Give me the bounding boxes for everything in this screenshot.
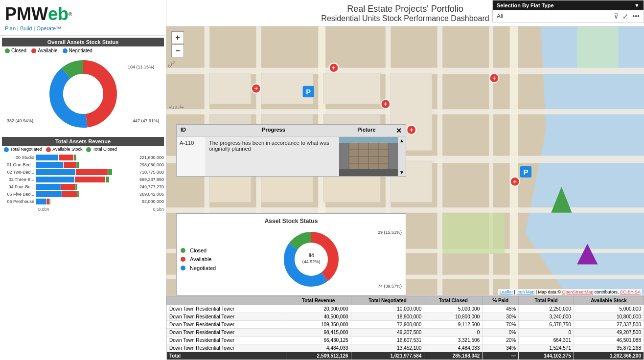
row-pct-paid: 34% — [483, 344, 519, 352]
logo-pm: PM — [5, 5, 31, 23]
table-row: Down Town Residential Tower 40,500,000 1… — [167, 313, 644, 321]
row-revenue: 40,500,000 — [286, 313, 351, 321]
content-area: + + + + + + P — [166, 26, 644, 295]
row-name: Down Town Residential Tower — [167, 321, 286, 329]
svg-rect-61 — [339, 137, 398, 143]
filter-expand-icon[interactable]: ▼ — [634, 2, 640, 8]
right-area: Real Estate Projects' Portfolio Resident… — [166, 0, 644, 360]
zoom-out-button[interactable]: − — [171, 45, 184, 57]
zoom-in-button[interactable]: + — [171, 31, 184, 44]
popup-picture-header: Picture — [337, 127, 396, 135]
stock-legend-available: Available — [181, 256, 216, 262]
row-paid: 3,240,000 — [519, 313, 574, 321]
row-closed: 3,321,506 — [424, 337, 483, 344]
popup-row: A-110 The progress has been in accordanc… — [177, 137, 406, 176]
col-total-paid: Total Paid — [519, 296, 574, 305]
footer-pct: — — [483, 352, 519, 360]
col-name — [167, 296, 286, 305]
footer-revenue: 2,509,512,126 — [286, 352, 351, 360]
logo-reg: ® — [69, 12, 72, 17]
table-row: Down Town Residential Tower 20,000,000 1… — [167, 305, 644, 313]
row-revenue: 98,415,000 — [286, 329, 351, 337]
row-negotiated: 10,000,000 — [351, 305, 424, 313]
row-pct-paid: 20% — [483, 337, 519, 344]
row-name: Down Town Residential Tower — [167, 344, 286, 352]
row-available: 46,501,088 — [574, 337, 644, 344]
row-revenue: 20,000,000 — [286, 305, 351, 313]
donut-label-negotiated: 382 (40.94%) — [7, 118, 33, 123]
filter-funnel-icon[interactable]: ⊽ — [614, 12, 619, 20]
filter-export-icon[interactable]: ⤢ — [622, 12, 628, 20]
overall-assets-chart: Overall Assets Stock Status Closed Avail… — [0, 36, 166, 135]
stock-donut-container: 84 (44.92%) 29 (15.51%) 74 (39.57%) — [221, 227, 402, 291]
svg-rect-18 — [209, 73, 251, 104]
table-row: Down Town Residential Tower 66,430,125 1… — [167, 337, 644, 344]
page-header: Real Estate Projects' Portfolio Resident… — [166, 0, 644, 26]
stock-legend-closed: Closed — [181, 248, 216, 253]
map-attribution: Leaflet | Icon Map | Map data © OpenStre… — [498, 289, 642, 295]
stock-label-bottom-right: 74 (39.57%) — [378, 284, 402, 289]
bar-row-studio: 00 Studio 221,600,000 — [2, 155, 164, 160]
svg-rect-9 — [166, 207, 644, 213]
bar-value: 249,777,270 — [138, 184, 164, 189]
svg-text:P: P — [306, 88, 311, 96]
row-negotiated: 72,900,000 — [351, 321, 424, 329]
filter-panel: Selection By Flat Type ▼ All ⊽ ⤢ ••• — [492, 0, 644, 22]
popup-image — [339, 137, 398, 176]
stock-content: Closed Available Negotiated — [181, 227, 402, 291]
svg-text:+: + — [492, 75, 496, 82]
bar-value: 221,600,000 — [138, 155, 164, 160]
bar-label: 01 One-Bed... — [2, 162, 36, 167]
bar-label: 05 Five Bed... — [2, 192, 36, 197]
stock-title: Asset Stock Status — [181, 218, 402, 225]
overall-chart-title: Overall Assets Stock Status — [2, 38, 164, 46]
bar-row-onebed: 01 One-Bed... 298,080,000 — [2, 162, 164, 168]
donut-label-closed: 104 (11.15%) — [128, 65, 154, 69]
legend-available: Available — [31, 48, 57, 53]
footer-closed: 285,168,342 — [424, 352, 483, 360]
popup-close-button[interactable]: ✕ — [396, 127, 402, 135]
row-paid: 0 — [519, 329, 574, 337]
bar-label: 02 Two-Bed... — [2, 170, 36, 175]
svg-rect-16 — [437, 26, 443, 295]
row-paid: 2,250,000 — [519, 305, 574, 313]
bar-value: 92,000,000 — [140, 199, 164, 204]
bar-chart-section: Total Assets Revenue Total Negotiated Av… — [0, 135, 166, 360]
stock-donut-svg: 84 (44.92%) — [272, 227, 350, 291]
row-paid: 1,524,571 — [519, 344, 574, 352]
popup-scrollbar[interactable]: ▲ ▼ — [398, 137, 406, 176]
footer-label: Total — [167, 352, 286, 360]
table-footer-row: Total 2,509,512,126 1,021,977,584 285,16… — [167, 352, 644, 360]
row-closed: 0 — [424, 329, 483, 337]
bar-label: 04 Four-Be... — [2, 184, 36, 189]
svg-text:+: + — [513, 179, 517, 185]
row-available: 35,872,268 — [574, 344, 644, 352]
stock-legend-negotiated-label: Negotiated — [190, 265, 216, 271]
svg-text:شارع زايد: شارع زايد — [168, 104, 184, 109]
row-name: Down Town Residential Tower — [167, 337, 286, 344]
popup-header: ID Progress Picture ✕ — [177, 125, 406, 137]
svg-text:+: + — [410, 127, 413, 134]
logo-slogan: Plan | Build | Operate™ — [5, 25, 161, 31]
bar-row-fivebed: 05 Five Bed... 269,042,006 — [2, 191, 164, 197]
row-pct-paid: 30% — [483, 313, 519, 321]
row-negotiated: 49,207,500 — [351, 329, 424, 337]
row-pct-paid: 70% — [483, 321, 519, 329]
row-available: 27,337,500 — [574, 321, 644, 329]
map-area[interactable]: + + + + + + P — [166, 26, 644, 295]
donut-label-available: 447 (47.91%) — [133, 118, 159, 123]
svg-rect-20 — [323, 73, 380, 104]
bar-row-fourbed: 04 Four-Be... 249,777,270 — [2, 184, 164, 190]
donut-chart-container: 104 (11.15%) 447 (47.91%) 382 (40.94%) — [2, 55, 164, 133]
popup-progress-cell: The progress has been in accordance to w… — [206, 137, 339, 176]
col-total-closed: Total Closed — [424, 296, 483, 305]
filter-icons: ⊽ ⤢ ••• — [614, 12, 640, 20]
row-pct-paid: 0% — [483, 329, 519, 337]
bar-chart-title: Total Assets Revenue — [2, 137, 164, 146]
donut-svg — [44, 55, 122, 133]
row-revenue: 109,350,000 — [286, 321, 351, 329]
svg-text:84: 84 — [309, 253, 315, 258]
row-available: 5,000,000 — [574, 305, 644, 313]
logo-web: eb — [48, 5, 69, 23]
filter-more-icon[interactable]: ••• — [632, 12, 640, 20]
